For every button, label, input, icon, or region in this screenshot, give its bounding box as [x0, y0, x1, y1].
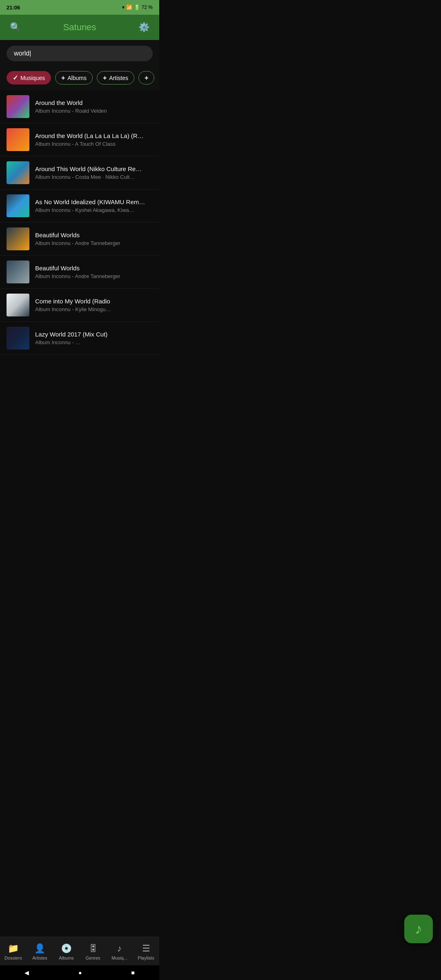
- song-item[interactable]: Around the World (La La La La La) (R… Al…: [0, 123, 159, 156]
- status-time: 21:06: [7, 4, 20, 11]
- filter-chip-artistes[interactable]: + Artistes: [97, 71, 134, 85]
- song-thumbnail: [7, 161, 29, 184]
- check-icon: ✓: [13, 74, 18, 82]
- search-container: world: [0, 40, 159, 67]
- song-subtitle: Album Inconnu - Roald Velden: [35, 108, 153, 114]
- song-title: Around the World: [35, 99, 153, 106]
- status-icons: ▾ 📶 🔋 72 %: [122, 4, 153, 10]
- song-thumbnail: [7, 261, 29, 283]
- song-thumbnail: [7, 95, 29, 118]
- song-thumbnail: [7, 294, 29, 316]
- filter-chip-albums[interactable]: + Albums: [55, 71, 93, 85]
- song-info: Around the World Album Inconnu - Roald V…: [35, 99, 153, 114]
- signal-icon: 📶: [126, 4, 132, 10]
- song-item[interactable]: Around This World (Nikko Culture Re… Alb…: [0, 156, 159, 189]
- filter-artistes-label: Artistes: [109, 75, 128, 81]
- song-subtitle: Album Inconnu - Andre Tanneberger: [35, 273, 153, 279]
- song-item[interactable]: As No World Idealized (KIWAMU Rem… Album…: [0, 189, 159, 223]
- song-subtitle: Album Inconnu - …: [35, 339, 153, 345]
- song-info: Come into My World (Radio Album Inconnu …: [35, 298, 153, 312]
- filter-albums-label: Albums: [67, 75, 87, 81]
- settings-button[interactable]: ⚙️: [137, 20, 151, 34]
- song-item[interactable]: Come into My World (Radio Album Inconnu …: [0, 289, 159, 322]
- song-subtitle: Album Inconnu - A Touch Of Class: [35, 141, 153, 147]
- song-info: Around the World (La La La La La) (R… Al…: [35, 132, 153, 147]
- search-cursor: [29, 50, 31, 57]
- song-item[interactable]: Lazy World 2017 (Mix Cut) Album Inconnu …: [0, 322, 159, 355]
- song-subtitle: Album Inconnu - Kyohei Akagawa, Kiwa…: [35, 207, 153, 213]
- battery-icon: 🔋: [134, 4, 140, 10]
- song-subtitle: Album Inconnu - Costa Mee · Nikko Cult…: [35, 174, 153, 180]
- song-title: Beautiful Worlds: [35, 232, 153, 238]
- song-info: Beautiful Worlds Album Inconnu - Andre T…: [35, 265, 153, 279]
- song-title: Around the World (La La La La La) (R…: [35, 132, 153, 139]
- song-list: Around the World Album Inconnu - Roald V…: [0, 90, 159, 355]
- song-thumbnail: [7, 128, 29, 151]
- wifi-icon: ▾: [122, 4, 125, 10]
- search-button[interactable]: 🔍: [8, 20, 22, 34]
- song-item[interactable]: Beautiful Worlds Album Inconnu - Andre T…: [0, 256, 159, 289]
- song-info: As No World Idealized (KIWAMU Rem… Album…: [35, 198, 153, 213]
- song-subtitle: Album Inconnu - Andre Tanneberger: [35, 240, 153, 246]
- plus-icon-2: +: [103, 74, 107, 82]
- app-header: 🔍 Satunes ⚙️: [0, 15, 159, 40]
- filter-row: ✓ Musiques + Albums + Artistes +: [0, 67, 159, 90]
- song-info: Around This World (Nikko Culture Re… Alb…: [35, 165, 153, 180]
- app-title: Satunes: [22, 22, 137, 33]
- song-item[interactable]: Around the World Album Inconnu - Roald V…: [0, 90, 159, 123]
- plus-icon: +: [61, 74, 65, 82]
- song-subtitle: Album Inconnu - Kylie Minogu…: [35, 306, 153, 312]
- song-info: Beautiful Worlds Album Inconnu - Andre T…: [35, 232, 153, 246]
- song-item[interactable]: Beautiful Worlds Album Inconnu - Andre T…: [0, 223, 159, 256]
- filter-chip-more[interactable]: +: [138, 71, 154, 85]
- plus-icon-3: +: [145, 74, 148, 82]
- song-title: Lazy World 2017 (Mix Cut): [35, 331, 153, 338]
- song-thumbnail: [7, 227, 29, 250]
- search-value: world: [14, 50, 29, 57]
- song-title: Come into My World (Radio: [35, 298, 153, 305]
- song-title: Around This World (Nikko Culture Re…: [35, 165, 153, 172]
- filter-musiques-label: Musiques: [20, 75, 45, 81]
- song-title: Beautiful Worlds: [35, 265, 153, 272]
- song-thumbnail: [7, 194, 29, 217]
- song-title: As No World Idealized (KIWAMU Rem…: [35, 198, 153, 205]
- filter-chip-musiques[interactable]: ✓ Musiques: [7, 71, 51, 85]
- battery-text: 72 %: [142, 4, 153, 10]
- status-bar: 21:06 ▾ 📶 🔋 72 %: [0, 0, 159, 15]
- search-input[interactable]: world: [7, 46, 153, 61]
- song-thumbnail: [7, 327, 29, 350]
- song-info: Lazy World 2017 (Mix Cut) Album Inconnu …: [35, 331, 153, 345]
